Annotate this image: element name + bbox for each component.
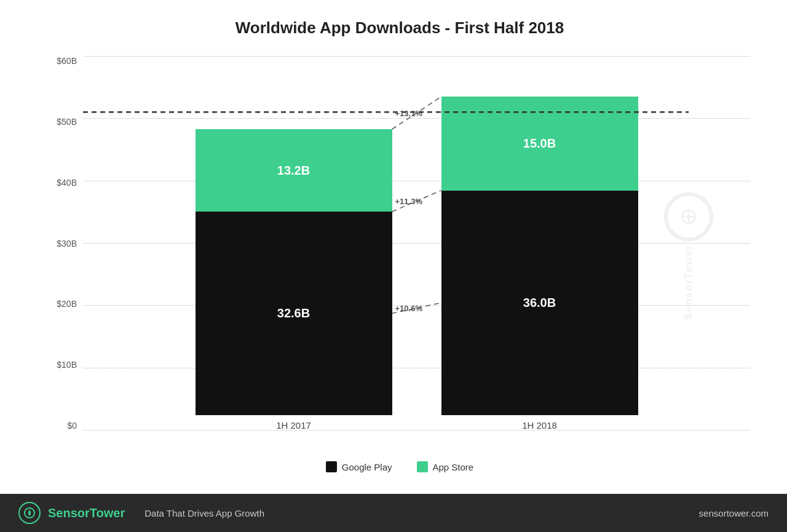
watermark-text: SensorTower <box>683 244 694 319</box>
bar-stack-2018: 36.0B 15.0B <box>441 97 638 415</box>
footer-logo-svg <box>23 507 36 519</box>
footer-tagline: Data That Drives App Growth <box>144 508 264 518</box>
footer-brand-highlight: Sensor <box>48 506 90 520</box>
bar-group-2018: 36.0B 15.0B 1H 2018 <box>441 97 638 431</box>
google-play-bar-2017: 32.6B <box>196 212 392 415</box>
legend-item-google-play: Google Play <box>326 461 392 472</box>
legend-swatch-google-play <box>326 461 337 472</box>
y-label-30b: $30B <box>49 239 83 248</box>
y-label-0: $0 <box>49 421 83 431</box>
y-label-10b: $10B <box>49 360 83 370</box>
watermark: ⊕ SensorTower <box>664 192 713 319</box>
footer-brand-rest: Tower <box>90 506 125 520</box>
legend-swatch-app-store <box>417 461 428 472</box>
legend-item-app-store: App Store <box>417 461 474 472</box>
footer: SensorTower Data That Drives App Growth … <box>0 494 787 532</box>
footer-logo-icon <box>18 502 41 524</box>
x-label-2018: 1H 2018 <box>522 420 557 431</box>
app-store-label-2017: 13.2B <box>277 164 310 178</box>
chart-title: Worldwide App Downloads - First Half 201… <box>49 18 750 38</box>
legend-label-app-store: App Store <box>433 462 474 472</box>
bars-container: 32.6B 13.2B 1H 2017 36.0B <box>83 56 750 455</box>
google-play-bar-2018: 36.0B <box>441 191 638 415</box>
y-label-40b: $40B <box>49 178 83 188</box>
footer-left: SensorTower Data That Drives App Growth <box>18 502 264 524</box>
x-label-2017: 1H 2017 <box>276 420 311 431</box>
footer-brand: SensorTower <box>48 506 125 520</box>
app-store-bar-2017: 13.2B <box>196 129 392 212</box>
y-label-60b: $60B <box>49 56 83 66</box>
bar-group-2017: 32.6B 13.2B 1H 2017 <box>196 129 392 431</box>
y-axis: $0 $10B $20B $30B $40B $50B $60B <box>49 56 83 455</box>
watermark-icon: ⊕ <box>664 192 713 241</box>
y-label-20b: $20B <box>49 299 83 309</box>
app-store-label-2018: 15.0B <box>523 137 556 151</box>
legend: Google Play App Store <box>49 455 750 482</box>
google-play-label-2018: 36.0B <box>523 296 556 310</box>
legend-label-google-play: Google Play <box>342 462 392 472</box>
chart-inner: 32.6B 13.2B 1H 2017 36.0B <box>83 56 750 455</box>
app-store-bar-2018: 15.0B <box>441 97 638 190</box>
google-play-label-2017: 32.6B <box>277 306 310 320</box>
y-label-50b: $50B <box>49 117 83 127</box>
bar-stack-2017: 32.6B 13.2B <box>196 129 392 415</box>
footer-url: sensortower.com <box>699 508 769 518</box>
